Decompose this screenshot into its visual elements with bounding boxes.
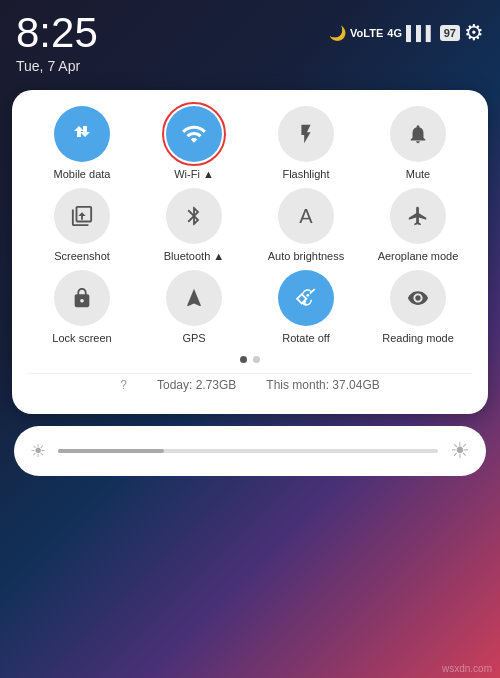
status-bar: 8:25 Tue, 7 Apr 🌙 VoLTE 4G ▌▌▌ 97 ⚙ <box>0 0 500 78</box>
data-query-icon: ? <box>120 378 127 392</box>
wifi-label: Wi-Fi ▲ <box>174 168 214 180</box>
tile-gps[interactable]: GPS <box>140 270 248 344</box>
mobile-data-icon <box>54 106 110 162</box>
volte-icon: VoLTE <box>350 27 383 39</box>
month-data: This month: 37.04GB <box>266 378 379 392</box>
mobile-data-label: Mobile data <box>54 168 111 180</box>
flashlight-label: Flashlight <box>282 168 329 180</box>
brightness-high-icon: ☀ <box>450 438 470 464</box>
dot-1 <box>240 356 247 363</box>
screenshot-label: Screenshot <box>54 250 110 262</box>
reading-mode-label: Reading mode <box>382 332 454 344</box>
tile-mute[interactable]: Mute <box>364 106 472 180</box>
svg-point-0 <box>306 294 309 297</box>
today-data: Today: 2.73GB <box>157 378 236 392</box>
tile-mobile-data[interactable]: Mobile data <box>28 106 136 180</box>
date: Tue, 7 Apr <box>16 58 98 74</box>
settings-icon[interactable]: ⚙ <box>464 20 484 46</box>
tile-auto-brightness[interactable]: A Auto brightness <box>252 188 360 262</box>
lock-screen-label: Lock screen <box>52 332 111 344</box>
tile-reading-mode[interactable]: Reading mode <box>364 270 472 344</box>
rotate-off-label: Rotate off <box>282 332 330 344</box>
lock-screen-icon <box>54 270 110 326</box>
aeroplane-icon <box>390 188 446 244</box>
aeroplane-label: Aeroplane mode <box>378 250 459 262</box>
reading-mode-icon <box>390 270 446 326</box>
gps-icon <box>166 270 222 326</box>
tile-rotate-off[interactable]: Rotate off <box>252 270 360 344</box>
tile-wifi[interactable]: Wi-Fi ▲ <box>140 106 248 180</box>
gps-label: GPS <box>182 332 205 344</box>
tiles-grid: Mobile data Wi-Fi ▲ Flashlight <box>28 106 472 344</box>
quick-panel: Mobile data Wi-Fi ▲ Flashlight <box>12 90 488 414</box>
flashlight-icon <box>278 106 334 162</box>
dot-2 <box>253 356 260 363</box>
mute-icon <box>390 106 446 162</box>
bluetooth-icon <box>166 188 222 244</box>
tile-flashlight[interactable]: Flashlight <box>252 106 360 180</box>
brightness-track[interactable] <box>58 449 438 453</box>
signal-bars-icon: ▌▌▌ <box>406 25 436 41</box>
bluetooth-label: Bluetooth ▲ <box>164 250 224 262</box>
clock: 8:25 <box>16 12 98 54</box>
rotate-off-icon <box>278 270 334 326</box>
tile-bluetooth[interactable]: Bluetooth ▲ <box>140 188 248 262</box>
brightness-thumb <box>58 449 164 453</box>
battery-icon: 97 <box>440 25 460 41</box>
brightness-low-icon: ☀ <box>30 440 46 462</box>
wifi-icon <box>166 106 222 162</box>
tile-lock-screen[interactable]: Lock screen <box>28 270 136 344</box>
status-icons: 🌙 VoLTE 4G ▌▌▌ 97 ⚙ <box>329 12 484 46</box>
auto-brightness-icon: A <box>278 188 334 244</box>
auto-brightness-label: Auto brightness <box>268 250 344 262</box>
brightness-bar[interactable]: ☀ ☀ <box>14 426 486 476</box>
4g-icon: 4G <box>387 27 402 39</box>
data-bar: ? Today: 2.73GB This month: 37.04GB <box>28 373 472 398</box>
moon-icon: 🌙 <box>329 25 346 41</box>
page-dots <box>28 356 472 363</box>
tile-screenshot[interactable]: Screenshot <box>28 188 136 262</box>
screenshot-icon <box>54 188 110 244</box>
mute-label: Mute <box>406 168 430 180</box>
watermark: wsxdn.com <box>442 663 492 674</box>
tile-aeroplane[interactable]: Aeroplane mode <box>364 188 472 262</box>
